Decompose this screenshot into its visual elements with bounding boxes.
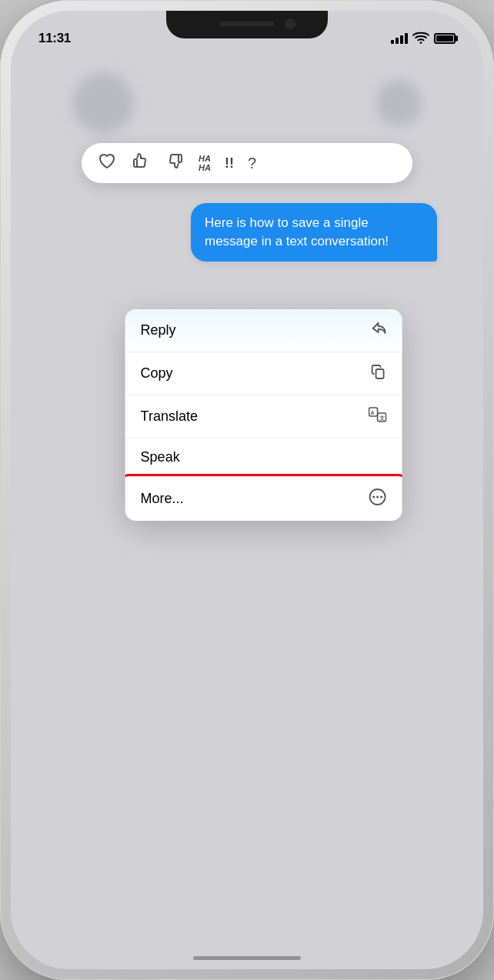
- menu-label-speak: Speak: [141, 449, 180, 465]
- reply-icon: [370, 320, 387, 341]
- svg-point-0: [420, 42, 422, 44]
- menu-label-more: More...: [141, 491, 184, 507]
- message-bubble: Here is how to save a single message in …: [191, 203, 437, 262]
- screen-content: 11:31: [11, 11, 483, 969]
- menu-item-copy[interactable]: Copy: [125, 352, 402, 395]
- svg-point-8: [376, 496, 379, 498]
- menu-label-copy: Copy: [141, 365, 173, 382]
- phone-frame: 11:31: [0, 0, 494, 980]
- status-icons: [391, 30, 456, 47]
- bg-element-1: [72, 72, 134, 134]
- status-time: 11:31: [38, 31, 71, 46]
- context-menu: Reply Copy: [125, 309, 402, 521]
- menu-label-reply: Reply: [141, 322, 176, 338]
- reaction-haha[interactable]: HAHA: [199, 154, 211, 172]
- menu-item-translate[interactable]: Translate A 文: [125, 395, 402, 438]
- copy-icon: [370, 363, 387, 384]
- menu-item-speak[interactable]: Speak: [125, 438, 402, 477]
- reaction-thumbs-up[interactable]: [131, 151, 151, 175]
- reaction-bar[interactable]: HAHA !! ?: [82, 143, 412, 183]
- svg-point-9: [380, 496, 382, 498]
- battery-icon: [434, 33, 456, 44]
- bg-element-2: [376, 80, 422, 126]
- menu-label-translate: Translate: [141, 408, 198, 425]
- notch: [166, 11, 328, 38]
- home-indicator[interactable]: [193, 956, 301, 960]
- menu-item-more[interactable]: More...: [125, 477, 402, 521]
- reaction-question[interactable]: ?: [248, 155, 256, 172]
- reaction-exclamation[interactable]: !!: [225, 155, 234, 172]
- svg-text:文: 文: [379, 415, 385, 421]
- reaction-heart[interactable]: [97, 151, 117, 175]
- reaction-thumbs-down[interactable]: [165, 151, 185, 175]
- svg-text:A: A: [371, 410, 375, 415]
- camera: [285, 18, 295, 29]
- translate-icon: A 文: [369, 406, 387, 427]
- phone-screen: 11:31: [11, 11, 483, 969]
- signal-icon: [391, 33, 408, 44]
- more-icon: [369, 488, 387, 510]
- menu-item-reply[interactable]: Reply: [125, 309, 402, 352]
- speaker: [220, 22, 274, 26]
- message-text: Here is how to save a single message in …: [205, 215, 389, 248]
- svg-rect-1: [376, 369, 384, 378]
- svg-point-7: [372, 496, 375, 498]
- wifi-icon: [412, 30, 429, 47]
